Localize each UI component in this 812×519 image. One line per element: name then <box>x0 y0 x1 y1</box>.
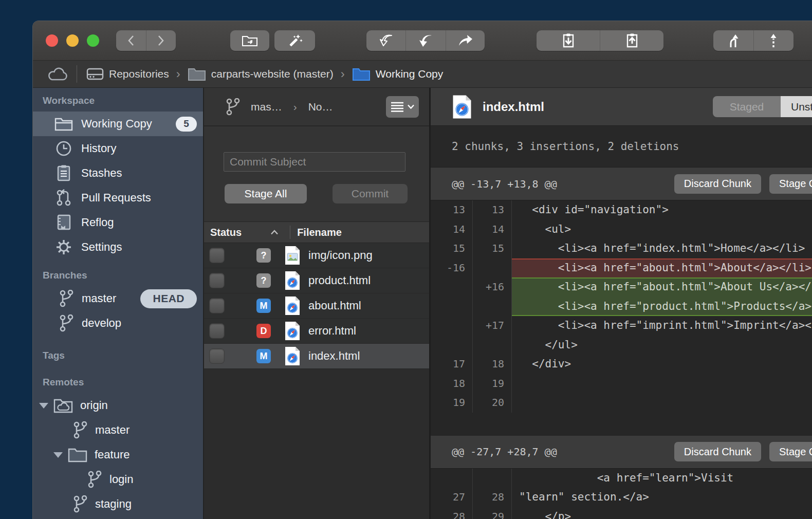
file-row[interactable]: ? product.html <box>204 268 429 293</box>
unstaged-tab[interactable]: Unstaged <box>781 96 812 117</box>
old-line-number <box>431 297 473 317</box>
back-icon <box>127 35 135 46</box>
close-window-button[interactable] <box>46 34 58 47</box>
list-view-menu-button[interactable] <box>386 96 419 118</box>
sidebar-remote-folder-feature[interactable]: feature <box>33 442 203 467</box>
commit-message-area: Stage All Commit <box>204 126 429 221</box>
stage-chunk-button[interactable]: Stage Chunk <box>769 442 812 461</box>
sidebar-item-label: develop <box>82 317 121 330</box>
stash-button[interactable] <box>537 30 600 51</box>
sidebar-branch-develop[interactable]: develop <box>33 311 203 336</box>
sidebar-item-label: Reflog <box>81 216 114 229</box>
zoom-window-button[interactable] <box>87 34 99 47</box>
open-repo-folder-icon <box>242 34 258 47</box>
sidebar-item-pull-requests[interactable]: Pull Requests <box>33 186 203 210</box>
discard-chunk-button[interactable]: Discard Chunk <box>674 442 761 461</box>
back-button[interactable] <box>116 30 146 51</box>
cloud-icon[interactable] <box>47 66 68 82</box>
folder-icon <box>68 447 87 462</box>
stage-checkbox[interactable] <box>209 273 225 288</box>
sidebar-remote-branch-master[interactable]: master <box>33 418 203 442</box>
branch-icon <box>72 495 88 513</box>
sidebar-section-branches: Branches <box>43 270 203 282</box>
status-badge: ? <box>256 248 271 263</box>
old-line-number: 28 <box>431 507 473 519</box>
file-row[interactable]: ? img/icon.png <box>204 243 429 268</box>
old-line-number: 13 <box>431 200 473 220</box>
code-text <box>512 393 812 413</box>
diff-line: 2829 </p> <box>431 507 812 519</box>
code-text: <ul> <box>512 220 812 239</box>
stage-checkbox[interactable] <box>209 348 225 364</box>
toolbar <box>33 21 812 61</box>
old-line-number: 14 <box>431 220 473 239</box>
commit-subject-input[interactable] <box>224 152 405 172</box>
old-line-number: 19 <box>431 393 473 413</box>
old-line-number: 18 <box>431 374 473 394</box>
stage-chunk-button[interactable]: Stage Chunk <box>769 174 812 194</box>
stage-checkbox[interactable] <box>209 323 225 339</box>
new-line-number: 20 <box>473 393 512 413</box>
old-line-number: 15 <box>431 239 473 258</box>
sidebar-remote-origin[interactable]: origin <box>33 393 203 418</box>
commit-button[interactable]: Commit <box>333 184 408 203</box>
breadcrumb-repo[interactable]: carparts-website (master) <box>188 67 334 81</box>
sidebar-item-stashes[interactable]: Stashes <box>33 161 203 186</box>
actions-button[interactable] <box>274 30 315 51</box>
breadcrumb-repositories[interactable]: Repositories <box>86 67 169 81</box>
list-view-menu-icon <box>391 101 404 113</box>
file-name: index.html <box>308 349 360 363</box>
sidebar-item-working-copy[interactable]: Working Copy 5 <box>33 112 203 136</box>
old-line-number <box>431 277 473 297</box>
code-text: <li><a href="imprint.html">Imprint</a></… <box>512 316 812 336</box>
folder-open-icon <box>54 117 73 131</box>
commit-parent-label[interactable]: No… <box>308 101 333 113</box>
stage-checkbox[interactable] <box>209 248 225 263</box>
push-icon <box>457 33 473 48</box>
file-row-selected[interactable]: M index.html <box>204 344 429 369</box>
code-text: <li><a href="about.html">About</a></li> <box>512 258 812 278</box>
column-filename[interactable]: Filename <box>297 227 342 238</box>
sidebar: Workspace Working Copy 5 History Stashes <box>33 88 204 519</box>
commit-branch-label[interactable]: mas… <box>251 101 282 113</box>
diff-line: 1819 <box>431 374 812 394</box>
branch-button[interactable] <box>713 30 753 51</box>
disclosure-triangle-icon[interactable] <box>53 452 63 458</box>
file-row[interactable]: M about.html <box>204 293 429 319</box>
code-text: <li><a href="index.html">Home</a></li> <box>512 239 812 258</box>
diff-pane: index.html Staged Unstaged 2 chunks, 3 i… <box>431 88 812 519</box>
rebase-button[interactable] <box>753 30 794 51</box>
unstash-button[interactable] <box>600 30 663 51</box>
disclosure-triangle-icon[interactable] <box>39 403 48 409</box>
breadcrumb-chevron: › <box>341 67 345 81</box>
file-row[interactable]: D error.html <box>204 319 429 344</box>
sidebar-branch-master[interactable]: master HEAD <box>33 286 203 311</box>
forward-button[interactable] <box>146 30 176 51</box>
hunk-spacer <box>431 413 812 436</box>
pull-button[interactable] <box>366 30 405 51</box>
sidebar-remote-branch-login[interactable]: login <box>33 467 203 492</box>
sidebar-remote-branch-staging[interactable]: staging <box>33 492 203 516</box>
open-repo-button[interactable] <box>230 30 269 51</box>
branch-fork-icon <box>727 33 740 48</box>
sidebar-section-workspace: Workspace <box>43 95 203 107</box>
new-line-number <box>473 258 512 278</box>
old-line-number: 27 <box>431 488 473 507</box>
pull-request-icon <box>54 189 73 207</box>
fetch-button[interactable] <box>405 30 445 51</box>
sidebar-section-tags: Tags <box>43 350 203 362</box>
sidebar-item-history[interactable]: History <box>33 136 203 161</box>
push-button[interactable] <box>446 30 485 51</box>
breadcrumb-working-copy[interactable]: Working Copy <box>352 67 444 81</box>
code-text: <a href="learn">Visit <box>512 469 812 488</box>
stage-all-button[interactable]: Stage All <box>225 184 307 203</box>
sidebar-item-reflog[interactable]: Reflog <box>33 210 203 235</box>
clipboard-icon <box>54 164 73 182</box>
column-status[interactable]: Status <box>204 227 242 238</box>
minimize-window-button[interactable] <box>66 34 79 47</box>
stage-checkbox[interactable] <box>209 298 225 313</box>
staged-tab[interactable]: Staged <box>713 96 781 117</box>
sidebar-item-settings[interactable]: Settings <box>33 235 203 260</box>
new-line-number: 19 <box>473 374 512 394</box>
discard-chunk-button[interactable]: Discard Chunk <box>674 174 761 194</box>
